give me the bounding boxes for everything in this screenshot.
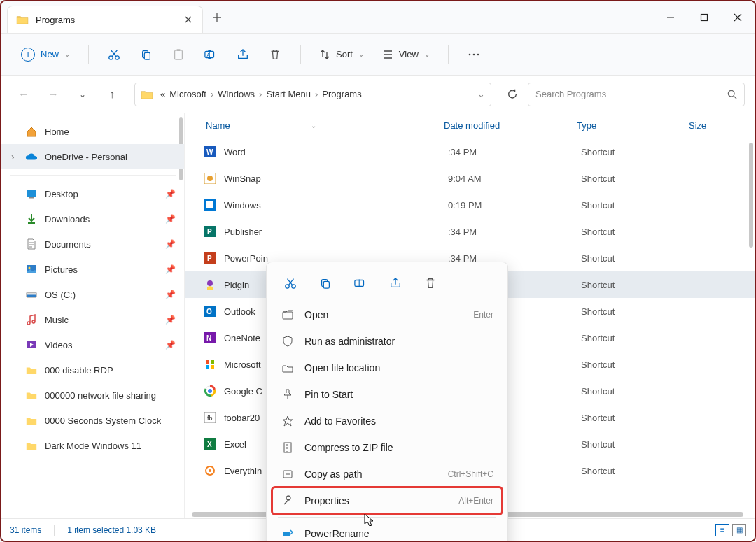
folder-icon <box>25 364 38 376</box>
scrollbar[interactable] <box>749 143 753 248</box>
sidebar-onedrive[interactable]: OneDrive - Personal <box>1 144 184 169</box>
breadcrumb[interactable]: « Microsoft› Windows› Start Menu› Progra… <box>134 83 491 106</box>
delete-button[interactable] <box>261 41 289 69</box>
sidebar: Home OneDrive - Personal Desktop📌 Downlo… <box>1 113 185 518</box>
sidebar-folder[interactable]: 000 disable RDP <box>1 357 184 383</box>
new-button[interactable]: + New ⌄ <box>14 43 77 66</box>
sidebar-desktop[interactable]: Desktop📌 <box>1 181 184 206</box>
window-controls <box>654 1 755 33</box>
cut-button[interactable] <box>100 41 128 69</box>
breadcrumb-seg[interactable]: Microsoft <box>169 89 206 99</box>
app-icon: X <box>203 437 217 451</box>
chevron-down-icon: ⌄ <box>424 50 430 58</box>
forward-button[interactable]: → <box>41 82 66 107</box>
svg-rect-48 <box>283 312 293 319</box>
list-item[interactable]: WWord:34 PMShortcut <box>185 138 755 165</box>
col-type[interactable]: Type <box>577 120 689 131</box>
details-view-button[interactable]: ≡ <box>715 524 729 536</box>
ctx-pinstart[interactable]: Pin to Start <box>272 381 502 408</box>
svg-rect-46 <box>323 281 329 288</box>
ctx-cut-button[interactable] <box>279 272 302 294</box>
list-item[interactable]: WinSnap9:04 AMShortcut <box>185 165 755 192</box>
back-button[interactable]: ← <box>11 82 36 107</box>
ctx-openloc[interactable]: Open file location <box>272 355 502 381</box>
ctx-runadmin[interactable]: Run as administrator <box>272 328 502 355</box>
ctx-open[interactable]: OpenEnter <box>272 301 502 328</box>
sidebar-videos[interactable]: Videos📌 <box>1 332 184 357</box>
chevron-down-icon: ⌄ <box>64 50 70 58</box>
separator <box>448 45 449 64</box>
sidebar-folder[interactable]: 000000 network file sharing <box>1 383 184 408</box>
more-button[interactable] <box>460 41 488 69</box>
sidebar-osc[interactable]: OS (C:)📌 <box>1 282 184 307</box>
grid-view-button[interactable]: ▦ <box>732 524 746 536</box>
drive-icon <box>25 288 38 301</box>
ctx-powerrename[interactable]: PowerRename <box>272 520 502 542</box>
view-toggle: ≡ ▦ <box>715 524 746 536</box>
col-size[interactable]: Size <box>689 120 745 131</box>
ctx-properties[interactable]: PropertiesAlt+Enter <box>272 487 502 514</box>
ctx-copypath[interactable]: Copy as pathCtrl+Shift+C <box>272 461 502 487</box>
ctx-share-button[interactable] <box>384 272 407 294</box>
maximize-button[interactable] <box>687 1 721 33</box>
separator <box>300 45 301 64</box>
sidebar-folder[interactable]: Dark Mode Windows 11 <box>1 433 184 458</box>
ctx-copy-button[interactable] <box>314 272 337 294</box>
search-input[interactable]: Search Programs <box>528 83 745 106</box>
desktop-icon <box>25 187 38 200</box>
col-name[interactable]: Name⌄ <box>206 120 444 131</box>
view-button[interactable]: View ⌄ <box>375 45 437 64</box>
tab-close-icon[interactable] <box>183 14 194 25</box>
svg-rect-0 <box>701 14 708 20</box>
close-button[interactable] <box>721 1 755 33</box>
minimize-button[interactable] <box>654 1 687 33</box>
breadcrumb-seg[interactable]: Start Menu <box>266 89 311 99</box>
svg-text:fb: fb <box>207 415 213 422</box>
music-icon <box>25 313 38 326</box>
svg-point-42 <box>209 469 211 472</box>
chevron-down-icon[interactable]: ⌄ <box>477 89 485 99</box>
sidebar-folder[interactable]: 0000 Seconds System Clock <box>1 408 184 433</box>
list-item[interactable]: PPublisher:34 PMShortcut <box>185 218 755 245</box>
col-date[interactable]: Date modified <box>444 120 577 131</box>
sidebar-music[interactable]: Music📌 <box>1 307 184 332</box>
breadcrumb-seg[interactable]: Windows <box>218 89 255 99</box>
document-icon <box>25 238 38 250</box>
up-button[interactable]: ↑ <box>99 82 125 107</box>
app-icon <box>203 357 217 371</box>
svg-rect-25 <box>206 201 214 208</box>
pin-icon: 📌 <box>165 264 176 274</box>
new-tab-button[interactable] <box>203 1 231 33</box>
folder-icon <box>281 361 295 375</box>
sort-button[interactable]: Sort ⌄ <box>312 45 371 64</box>
svg-text:X: X <box>207 441 212 448</box>
paste-button[interactable] <box>164 41 192 69</box>
ctx-delete-button[interactable] <box>419 272 442 294</box>
app-icon <box>203 384 217 398</box>
video-icon <box>25 338 38 351</box>
shield-icon <box>281 334 295 348</box>
rename-button[interactable]: A <box>197 41 225 69</box>
powerrename-icon <box>281 527 295 541</box>
share-button[interactable] <box>229 41 257 69</box>
svg-text:P: P <box>207 255 212 262</box>
app-icon <box>203 171 217 185</box>
sidebar-documents[interactable]: Documents📌 <box>1 231 184 257</box>
separator <box>278 517 496 518</box>
toolbar: + New ⌄ A Sort ⌄ View ⌄ <box>1 34 755 76</box>
status-selected: 1 item selected 1.03 KB <box>67 525 156 535</box>
sidebar-home[interactable]: Home <box>1 119 184 144</box>
recent-button[interactable]: ⌄ <box>70 82 95 107</box>
ctx-addfav[interactable]: Add to Favorites <box>272 408 502 434</box>
pin-icon: 📌 <box>165 340 176 350</box>
ctx-rename-button[interactable] <box>349 272 372 294</box>
sidebar-pictures[interactable]: Pictures📌 <box>1 257 184 282</box>
ctx-compress[interactable]: Compress to ZIP file <box>272 434 502 461</box>
breadcrumb-seg[interactable]: Programs <box>322 89 361 99</box>
copy-button[interactable] <box>132 41 160 69</box>
folder-icon <box>25 389 38 401</box>
tab-programs[interactable]: Programs <box>7 6 203 33</box>
refresh-button[interactable] <box>501 88 524 101</box>
sidebar-downloads[interactable]: Downloads📌 <box>1 206 184 231</box>
list-item[interactable]: Windows0:19 PMShortcut <box>185 192 755 218</box>
